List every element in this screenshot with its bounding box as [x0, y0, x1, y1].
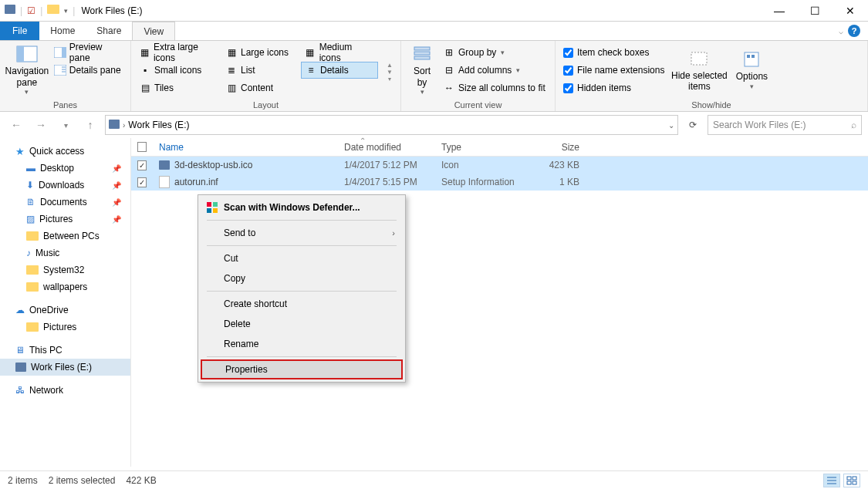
cm-properties[interactable]: Properties — [201, 359, 403, 379]
folder-icon — [26, 322, 39, 332]
sidebar-item-system32[interactable]: System32 — [0, 261, 130, 278]
tab-home[interactable]: Home — [39, 22, 86, 40]
sidebar-item-desktop[interactable]: ▬Desktop📌 — [0, 160, 130, 177]
layout-large-icons[interactable]: ▦Large icons — [222, 44, 299, 61]
size-columns-icon: ↔ — [443, 83, 455, 93]
chevron-down-icon: ▾ — [516, 66, 520, 74]
nav-up-button[interactable]: ↑ — [80, 115, 100, 135]
layout-scroll-icon[interactable]: ▲▼▾ — [384, 44, 395, 100]
nav-history-button[interactable]: ▾ — [56, 115, 76, 135]
search-placeholder: Search Work Files (E:) — [713, 120, 851, 130]
layout-content[interactable]: ▥Content — [222, 79, 299, 96]
cm-separator — [207, 220, 397, 221]
layout-tiles[interactable]: ▤Tiles — [136, 79, 221, 96]
nav-forward-button[interactable]: → — [31, 115, 51, 135]
qat-folder-icon[interactable] — [47, 5, 59, 16]
layout-icon: ▪ — [139, 65, 151, 76]
cm-send-to[interactable]: Send to› — [201, 223, 403, 243]
column-name[interactable]: Name — [153, 142, 338, 153]
chevron-down-icon: ▾ — [501, 49, 505, 56]
row-checkbox[interactable] — [131, 160, 153, 170]
sidebar-item-wallpapers[interactable]: wallpapers — [0, 278, 130, 295]
group-by-button[interactable]: ⊞Group by▾ — [440, 44, 549, 61]
preview-pane-button[interactable]: Preview pane — [51, 44, 126, 61]
tab-file[interactable]: File — [0, 22, 39, 40]
column-size[interactable]: Size — [528, 142, 586, 153]
search-box[interactable]: Search Work Files (E:) ⌕ — [708, 115, 862, 135]
layout-medium-icons[interactable]: ▦Medium icons — [301, 44, 378, 61]
sidebar: ★Quick access ▬Desktop📌 ⬇Downloads📌 🗎Doc… — [0, 138, 131, 467]
ribbon-collapse-icon[interactable]: ⌵ — [839, 27, 843, 35]
sort-indicator-icon: ⌃ — [360, 137, 366, 145]
sidebar-item-between-pcs[interactable]: Between PCs — [0, 228, 130, 244]
options-button[interactable]: Options ▾ — [731, 44, 772, 98]
sidebar-item-quick-access[interactable]: ★Quick access — [0, 143, 130, 160]
help-icon[interactable]: ? — [848, 25, 860, 37]
svg-rect-3 — [62, 47, 66, 58]
hidden-items-toggle[interactable]: Hidden items — [560, 79, 667, 96]
cm-create-shortcut[interactable]: Create shortcut — [201, 294, 403, 314]
status-item-count: 2 items — [8, 475, 38, 486]
cm-scan-defender[interactable]: Scan with Windows Defender... — [201, 197, 403, 218]
sidebar-item-music[interactable]: ♪Music — [0, 244, 130, 261]
column-type[interactable]: Type — [435, 142, 528, 153]
qat-dropdown-icon[interactable]: ▾ — [64, 7, 68, 15]
minimize-button[interactable]: — — [762, 0, 797, 22]
folder-icon — [26, 231, 39, 241]
hide-selected-button[interactable]: Hide selected items — [669, 44, 729, 98]
sidebar-item-pictures[interactable]: ▨Pictures📌 — [0, 211, 130, 228]
qat-checkbox-icon[interactable]: ☑ — [27, 5, 35, 16]
svg-rect-1 — [17, 46, 24, 62]
layout-icon: ▦ — [225, 47, 238, 58]
cm-rename[interactable]: Rename — [201, 334, 403, 354]
table-row[interactable]: 3d-desktop-usb.ico 1/4/2017 5:12 PM Icon… — [131, 157, 868, 174]
layout-extra-large-icons[interactable]: ▦Extra large icons — [136, 44, 221, 61]
maximize-button[interactable]: ☐ — [797, 0, 833, 22]
tab-share[interactable]: Share — [86, 22, 132, 40]
pc-icon: 🖥 — [15, 345, 25, 356]
navigation-pane-button[interactable]: Navigation pane ▾ — [5, 44, 49, 98]
nav-back-button[interactable]: ← — [6, 115, 26, 135]
sidebar-item-network[interactable]: 🖧Network — [0, 382, 130, 399]
hide-selected-icon — [688, 50, 710, 67]
sidebar-item-documents[interactable]: 🗎Documents📌 — [0, 194, 130, 211]
item-check-boxes-toggle[interactable]: Item check boxes — [560, 44, 667, 61]
file-type: Icon — [435, 160, 528, 170]
row-checkbox[interactable] — [131, 177, 153, 187]
table-row[interactable]: autorun.inf 1/4/2017 5:15 PM Setup Infor… — [131, 174, 868, 191]
sidebar-item-work-files[interactable]: Work Files (E:) — [0, 359, 130, 376]
cm-copy[interactable]: Copy — [201, 268, 403, 288]
music-icon: ♪ — [26, 248, 31, 258]
sidebar-item-pictures-od[interactable]: Pictures — [0, 319, 130, 336]
search-icon: ⌕ — [851, 120, 856, 130]
file-extensions-toggle[interactable]: File name extensions — [560, 62, 667, 79]
layout-list[interactable]: ≣List — [222, 62, 299, 79]
cm-delete[interactable]: Delete — [201, 314, 403, 334]
view-thumbnails-toggle[interactable] — [843, 474, 860, 487]
file-list-header: ⌃ Name Date modified Type Size — [131, 138, 868, 157]
view-details-toggle[interactable] — [823, 474, 840, 487]
sidebar-item-downloads[interactable]: ⬇Downloads📌 — [0, 177, 130, 194]
layout-details[interactable]: ≡Details — [301, 62, 378, 79]
sidebar-item-onedrive[interactable]: ☁OneDrive — [0, 302, 130, 319]
column-date[interactable]: Date modified — [338, 142, 435, 153]
svg-rect-12 — [745, 52, 758, 66]
column-checkbox[interactable] — [131, 142, 153, 152]
size-columns-button[interactable]: ↔Size all columns to fit — [440, 79, 549, 96]
refresh-button[interactable]: ⟳ — [683, 115, 703, 135]
address-dropdown-icon[interactable]: ⌄ — [668, 121, 674, 130]
pin-icon: 📌 — [112, 164, 121, 173]
close-button[interactable]: ✕ — [833, 0, 868, 22]
tab-view[interactable]: View — [132, 22, 175, 40]
add-columns-button[interactable]: ⊟Add columns▾ — [440, 62, 549, 79]
cm-cut[interactable]: Cut — [201, 248, 403, 268]
sort-by-button[interactable]: Sort by ▾ — [406, 44, 438, 98]
layout-small-icons[interactable]: ▪Small icons — [136, 62, 221, 79]
chevron-down-icon: ▾ — [25, 88, 29, 96]
sidebar-item-this-pc[interactable]: 🖥This PC — [0, 342, 130, 359]
details-pane-button[interactable]: Details pane — [51, 62, 126, 79]
folder-icon — [26, 282, 39, 292]
address-bar[interactable]: › Work Files (E:) ⌄ — [105, 115, 678, 135]
svg-rect-9 — [414, 52, 430, 55]
svg-rect-11 — [691, 52, 707, 65]
